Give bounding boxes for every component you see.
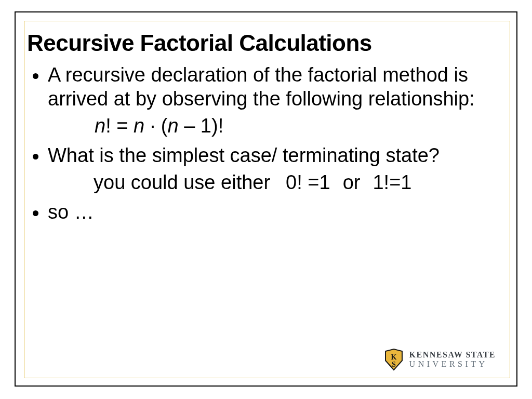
answer-opt1: 0! =1 bbox=[286, 171, 330, 193]
svg-text:S: S bbox=[392, 361, 396, 368]
bullet-1: A recursive declaration of the factorial… bbox=[48, 63, 510, 111]
answer-lead: you could use either bbox=[94, 171, 270, 193]
bullet-list-3: so … bbox=[27, 201, 510, 224]
equation-bang1: ! = bbox=[105, 115, 134, 137]
bullet-2: What is the simplest case/ terminating s… bbox=[48, 144, 510, 168]
equation-dot: · ( bbox=[144, 115, 167, 137]
equation-n2: n bbox=[134, 115, 144, 137]
equation-n1: n bbox=[95, 115, 105, 137]
equation-line: n! = n · (n – 1)! bbox=[95, 114, 510, 139]
answer-or: or bbox=[343, 171, 361, 193]
logo-bot-text: UNIVERSITY bbox=[409, 360, 496, 368]
equation-n3: n bbox=[167, 115, 178, 137]
logo-text: KENNESAW STATE UNIVERSITY bbox=[409, 351, 496, 368]
ks-shield-icon: K S bbox=[383, 348, 404, 371]
slide-title: Recursive Factorial Calculations bbox=[27, 30, 510, 56]
equation-rest: – 1)! bbox=[179, 115, 224, 137]
university-logo: K S KENNESAW STATE UNIVERSITY bbox=[383, 348, 496, 371]
bullet-list: A recursive declaration of the factorial… bbox=[27, 63, 510, 111]
logo-top-text: KENNESAW STATE bbox=[409, 351, 496, 359]
svg-text:K: K bbox=[391, 353, 396, 361]
answer-line: you could use either0! =1or1!=1 bbox=[94, 170, 510, 195]
slide-content: Recursive Factorial Calculations A recur… bbox=[27, 25, 510, 378]
bullet-list-2: What is the simplest case/ terminating s… bbox=[27, 144, 510, 168]
bullet-3: so … bbox=[48, 201, 510, 224]
answer-opt2: 1!=1 bbox=[373, 171, 411, 193]
